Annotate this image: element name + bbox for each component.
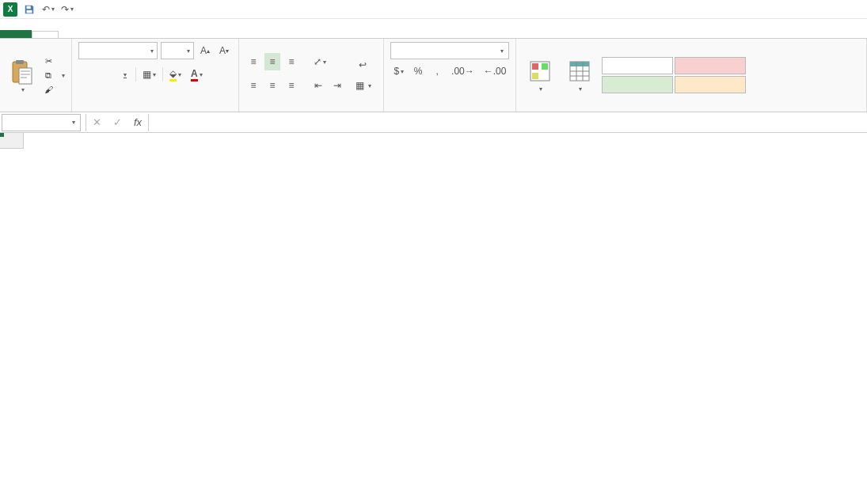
orientation-button[interactable]: ⤢▾ (310, 53, 329, 70)
percent-button[interactable]: % (410, 63, 426, 80)
group-label-clipboard (6, 108, 65, 110)
number-format-selector[interactable]: ▾ (390, 42, 509, 59)
redo-button[interactable]: ↷▾ (60, 2, 74, 17)
tab-data[interactable] (135, 32, 160, 38)
svg-rect-13 (570, 62, 589, 66)
font-color-icon: A (191, 68, 198, 81)
paste-button[interactable]: ▾ (6, 56, 38, 95)
decrease-indent-button[interactable]: ⇤ (310, 77, 326, 94)
copy-icon: ⧉ (43, 70, 54, 81)
align-bottom-button[interactable]: ≡ (283, 53, 299, 70)
cancel-formula-button[interactable]: ✕ (86, 114, 107, 131)
tab-home[interactable] (32, 31, 59, 38)
ribbon: ▾ ✂ ⧉▾ 🖌 ▾ ▾ A▴ A▾ ▾ ▦▾ (0, 38, 867, 112)
format-as-table-button[interactable]: ▾ (562, 57, 597, 94)
fill-color-button[interactable]: ⬙▾ (166, 66, 184, 83)
cond-format-icon (527, 59, 553, 84)
svg-rect-11 (532, 73, 538, 79)
font-color-button[interactable]: A▾ (188, 66, 206, 83)
svg-rect-9 (532, 63, 538, 70)
cut-button[interactable]: ✂ (43, 55, 65, 66)
formula-bar: ▾ ✕ ✓ fx (0, 112, 867, 133)
cut-icon: ✂ (43, 55, 54, 66)
align-top-button[interactable]: ≡ (245, 53, 261, 70)
copy-button[interactable]: ⧉▾ (43, 70, 65, 81)
style-bad[interactable] (675, 57, 746, 74)
format-painter-button[interactable]: 🖌 (43, 84, 65, 95)
brush-icon: 🖌 (43, 84, 54, 95)
increase-font-button[interactable]: A▴ (197, 42, 213, 59)
paste-icon (10, 58, 35, 86)
font-size-selector[interactable]: ▾ (161, 42, 194, 59)
italic-button[interactable] (97, 66, 113, 83)
currency-button[interactable]: $▾ (390, 63, 407, 80)
svg-rect-3 (16, 60, 24, 64)
group-clipboard: ▾ ✂ ⧉▾ 🖌 (0, 39, 72, 112)
spreadsheet-grid[interactable] (0, 133, 867, 487)
select-all-corner[interactable] (0, 133, 24, 149)
merge-center-button[interactable]: ▦ ▾ (350, 77, 377, 94)
increase-indent-button[interactable]: ⇥ (329, 77, 345, 94)
svg-rect-0 (27, 6, 31, 9)
tab-view[interactable] (185, 32, 211, 38)
accept-formula-button[interactable]: ✓ (107, 114, 127, 131)
svg-rect-6 (21, 74, 30, 75)
align-center-button[interactable]: ≡ (264, 77, 280, 94)
group-font: ▾ ▾ A▴ A▾ ▾ ▦▾ ⬙▾ A▾ (72, 39, 239, 112)
ribbon-tabs (0, 19, 867, 38)
undo-button[interactable]: ↶▾ (41, 2, 55, 17)
group-label-styles (523, 108, 860, 110)
style-good[interactable] (602, 76, 673, 93)
insert-function-button[interactable]: fx (127, 114, 148, 131)
group-label-alignment (245, 108, 377, 110)
comma-button[interactable]: , (429, 63, 445, 80)
tab-formulas[interactable] (109, 32, 135, 38)
group-styles: ▾ ▾ (516, 39, 867, 112)
svg-rect-1 (27, 9, 32, 13)
style-neutral[interactable] (675, 76, 746, 93)
increase-decimal-button[interactable]: .00→ (448, 63, 477, 80)
tab-file[interactable] (0, 30, 32, 38)
borders-button[interactable]: ▦▾ (139, 66, 159, 83)
group-label-font (78, 108, 232, 110)
svg-rect-7 (21, 77, 27, 78)
tab-page-layout[interactable] (84, 32, 109, 38)
table-icon (567, 59, 592, 84)
align-middle-button[interactable]: ≡ (264, 53, 280, 70)
svg-rect-10 (542, 63, 548, 70)
bold-button[interactable] (78, 66, 94, 83)
merge-icon: ▦ (356, 80, 364, 91)
wrap-icon: ↩ (359, 59, 367, 70)
underline-button[interactable]: ▾ (116, 66, 132, 83)
tab-review[interactable] (160, 32, 185, 38)
quick-access-toolbar: X ↶▾ ↷▾ (0, 0, 867, 19)
group-label-number (390, 108, 509, 110)
border-icon: ▦ (143, 69, 151, 80)
tab-insert[interactable] (59, 32, 84, 38)
align-right-button[interactable]: ≡ (283, 77, 299, 94)
bucket-icon: ⬙ (169, 68, 177, 81)
save-button[interactable] (22, 2, 36, 17)
font-name-selector[interactable]: ▾ (78, 42, 158, 59)
group-number: ▾ $▾ % , .00→ ←.00 (384, 39, 516, 112)
decrease-font-button[interactable]: A▾ (216, 42, 232, 59)
name-box[interactable]: ▾ (2, 114, 81, 131)
align-left-button[interactable]: ≡ (245, 77, 261, 94)
group-alignment: ≡ ≡ ≡ ⤢▾ ≡ ≡ ≡ ⇤ ⇥ ↩ ▦ ▾ (239, 39, 384, 112)
style-normal[interactable] (602, 57, 673, 74)
formula-input[interactable] (149, 114, 867, 131)
wrap-text-button[interactable]: ↩ (350, 56, 377, 74)
conditional-formatting-button[interactable]: ▾ (523, 57, 557, 94)
excel-icon: X (3, 2, 17, 17)
svg-rect-5 (21, 70, 30, 72)
decrease-decimal-button[interactable]: ←.00 (481, 63, 510, 80)
